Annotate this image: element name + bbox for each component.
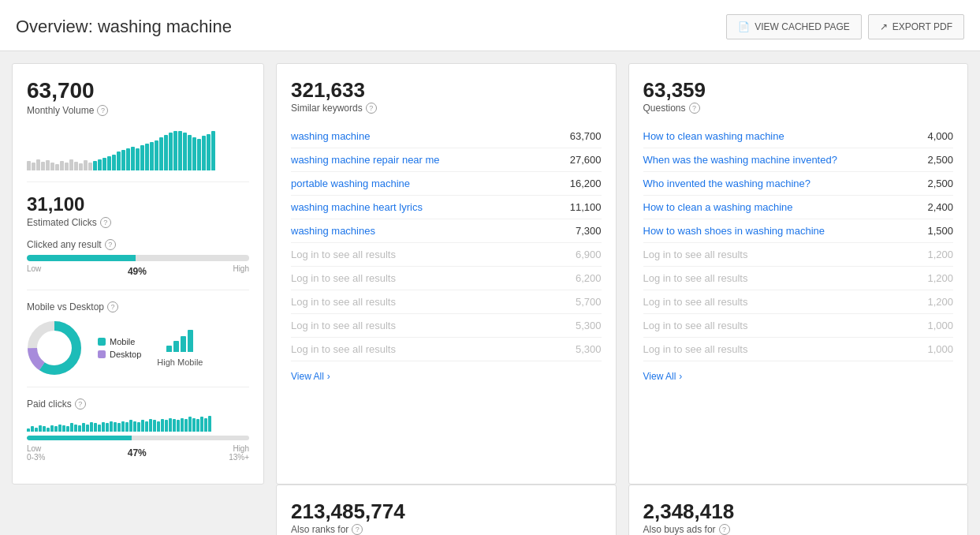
paid-high-label: High [229, 444, 249, 453]
mobile-vs-desktop-info-icon[interactable]: ? [107, 301, 118, 312]
mobile-legend-item: Mobile [98, 337, 141, 346]
question-link[interactable]: When was the washing machine invented? [643, 154, 837, 166]
top-header: Overview: washing machine 📄 VIEW CACHED … [0, 0, 980, 51]
monthly-volume-info-icon[interactable]: ? [97, 105, 108, 116]
also-buys-info-icon[interactable]: ? [719, 524, 730, 535]
similar-keywords-count: 321,633 [291, 78, 602, 103]
question-volume: 1,200 [927, 272, 953, 284]
keyword-volume: 11,100 [570, 201, 602, 213]
locked-question: Log in to see all results [643, 272, 748, 284]
keyword-link[interactable]: washing machine [291, 130, 370, 142]
keyword-volume: 5,300 [576, 343, 602, 355]
questions-card: 63,359 Questions ? How to clean washing … [628, 63, 969, 484]
locked-question: Log in to see all results [643, 249, 748, 260]
keyword-row: Log in to see all results5,300 [291, 338, 602, 361]
questions-info-icon[interactable]: ? [689, 103, 700, 114]
keyword-row: washing machines7,300 [291, 219, 602, 243]
keyword-link[interactable]: washing machine repair near me [291, 154, 440, 166]
paid-clicks-bars [27, 414, 249, 432]
questions-view-all[interactable]: View All › [643, 371, 683, 382]
keyword-link[interactable]: portable washing machine [291, 178, 410, 189]
keyword-volume: 63,700 [570, 130, 602, 142]
questions-label: Questions [643, 103, 686, 114]
question-row: How to wash shoes in washing machine1,50… [643, 219, 954, 243]
clicked-any-result-section: Clicked any result ? Low 49% High [27, 239, 249, 279]
arrow-right-icon: › [327, 371, 330, 382]
left-metrics-card: 63,700 Monthly Volume ? 31,100 Estimated… [12, 63, 264, 484]
percentage-49: 49% [128, 266, 147, 277]
question-volume: 1,200 [927, 249, 953, 260]
export-pdf-button[interactable]: ↗ EXPORT PDF [868, 14, 964, 39]
keyword-row: Log in to see all results6,900 [291, 243, 602, 267]
paid-percentage: 47% [128, 447, 147, 458]
page-title: Overview: washing machine [16, 17, 232, 37]
also-ranks-count: 213,485,774 [291, 499, 602, 524]
view-cached-page-button[interactable]: 📄 VIEW CACHED PAGE [726, 14, 861, 39]
keyword-row: washing machine heart lyrics11,100 [291, 196, 602, 219]
similar-keywords-info-icon[interactable]: ? [366, 103, 377, 114]
keyword-link[interactable]: washing machine heart lyrics [291, 201, 423, 213]
desktop-legend-label: Desktop [110, 350, 141, 359]
paid-low-label: Low [27, 444, 45, 453]
estimated-clicks-number: 31,100 [27, 193, 249, 215]
similar-keywords-card: 321,633 Similar keywords ? washing machi… [276, 63, 617, 484]
question-row: Log in to see all results1,000 [643, 338, 954, 361]
keyword-link[interactable]: washing machines [291, 225, 375, 237]
paid-clicks-info-icon[interactable]: ? [75, 398, 86, 410]
estimated-clicks-info-icon[interactable]: ? [100, 217, 111, 228]
question-link[interactable]: How to wash shoes in washing machine [643, 225, 825, 237]
question-row: When was the washing machine invented?2,… [643, 148, 954, 172]
mobile-vs-desktop-label: Mobile vs Desktop [27, 301, 104, 312]
question-link[interactable]: Who invented the washing machine? [643, 178, 810, 189]
question-volume: 1,200 [927, 296, 953, 308]
signal-bars [166, 330, 193, 352]
estimated-clicks-label: Estimated Clicks [27, 217, 97, 228]
mobile-vs-desktop-section: Mobile vs Desktop ? Mobile [27, 301, 249, 376]
keyword-row: Log in to see all results5,700 [291, 290, 602, 314]
high-label: High [233, 264, 249, 279]
similar-keywords-label: Similar keywords [291, 103, 363, 114]
locked-question: Log in to see all results [643, 343, 748, 355]
volume-bar-chart [27, 127, 249, 170]
similar-keywords-list: washing machine63,700washing machine rep… [291, 125, 602, 361]
question-volume: 2,400 [927, 201, 953, 213]
keyword-volume: 5,300 [576, 320, 602, 331]
clicked-result-progress-track [27, 255, 249, 261]
questions-arrow-right-icon: › [679, 371, 682, 382]
question-row: How to clean washing machine4,000 [643, 125, 954, 148]
monthly-volume-number: 63,700 [27, 78, 249, 103]
similar-keywords-view-all[interactable]: View All › [291, 371, 330, 382]
document-icon: 📄 [738, 21, 750, 32]
keyword-volume: 5,700 [576, 296, 602, 308]
locked-keyword: Log in to see all results [291, 296, 396, 308]
question-row: Log in to see all results1,200 [643, 290, 954, 314]
question-link[interactable]: How to clean washing machine [643, 130, 784, 142]
also-buys-ads-card: 2,348,418 Also buys ads for ? [628, 484, 969, 535]
also-buys-label: Also buys ads for [643, 524, 716, 535]
question-volume: 1,000 [927, 320, 953, 331]
keyword-row: portable washing machine16,200 [291, 172, 602, 196]
paid-clicks-section: Paid clicks ? Low 0-3% 47% High 13%+ [27, 398, 249, 462]
keyword-row: washing machine63,700 [291, 125, 602, 148]
question-volume: 4,000 [927, 130, 953, 142]
monthly-volume-section: 63,700 Monthly Volume ? [27, 78, 249, 116]
keyword-volume: 6,200 [576, 272, 602, 284]
desktop-legend-item: Desktop [98, 350, 141, 359]
keyword-row: washing machine repair near me27,600 [291, 148, 602, 172]
locked-keyword: Log in to see all results [291, 272, 396, 284]
question-row: Log in to see all results1,200 [643, 267, 954, 290]
locked-question: Log in to see all results [643, 320, 748, 331]
keyword-row: Log in to see all results5,300 [291, 314, 602, 338]
header-buttons: 📄 VIEW CACHED PAGE ↗ EXPORT PDF [726, 14, 964, 39]
paid-high-range: 13%+ [229, 453, 249, 462]
question-link[interactable]: How to clean a washing machine [643, 201, 793, 213]
locked-keyword: Log in to see all results [291, 249, 396, 260]
export-icon: ↗ [880, 21, 888, 32]
clicked-any-result-info-icon[interactable]: ? [105, 239, 116, 250]
low-label: Low [27, 264, 41, 279]
also-ranks-info-icon[interactable]: ? [352, 524, 363, 535]
keyword-volume: 6,900 [576, 249, 602, 260]
keyword-volume: 7,300 [576, 225, 602, 237]
questions-list: How to clean washing machine4,000When wa… [643, 125, 954, 361]
question-volume: 2,500 [927, 178, 953, 189]
